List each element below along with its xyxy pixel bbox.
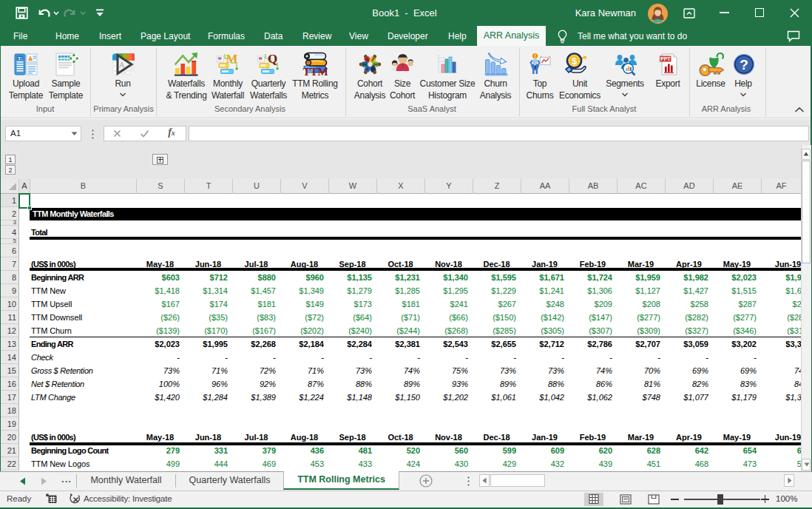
svg-text:TTM: TTM: [302, 66, 328, 77]
svg-text:T:: T:: [18, 55, 22, 61]
svg-text:M: M: [226, 53, 237, 66]
svg-text:A: A: [119, 61, 125, 69]
svg-text:!: !: [534, 53, 535, 58]
svg-text:PPT: PPT: [660, 56, 671, 61]
svg-text:?: ?: [740, 57, 748, 73]
svg-text:$: $: [572, 55, 578, 67]
svg-text:Q: Q: [268, 53, 277, 66]
